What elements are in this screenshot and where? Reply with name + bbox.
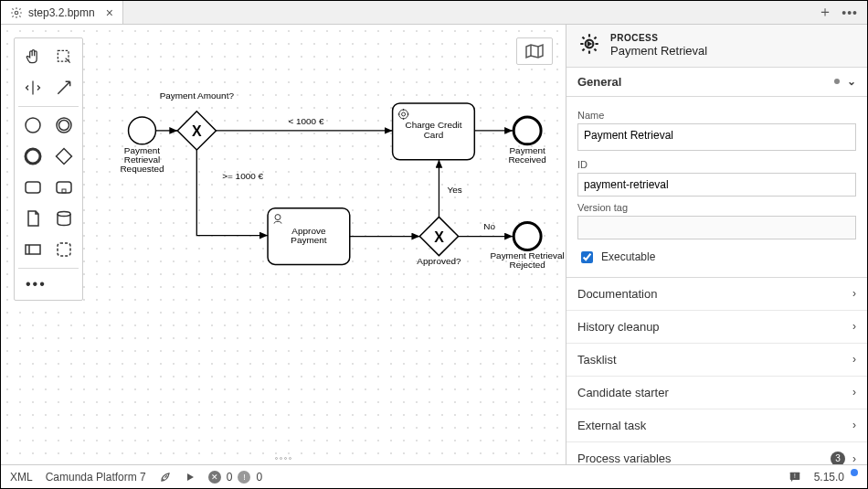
svg-text:PaymentRetrievalRequested: PaymentRetrievalRequested (120, 145, 164, 174)
task-approve-payment[interactable]: ApprovePayment (268, 208, 350, 265)
chevron-down-icon: ⌄ (847, 75, 856, 88)
id-label: ID (577, 159, 856, 170)
section-general-body: Name Payment Retrieval ID Version tag Ex… (566, 97, 867, 278)
svg-text:!: ! (794, 472, 796, 478)
chevron-right-icon: › (852, 386, 856, 399)
tab-actions: ＋ ••• (809, 1, 867, 24)
update-available-icon (851, 469, 858, 476)
gateway-approved[interactable]: X Approved? (417, 217, 461, 266)
flow-label-no: No (483, 221, 495, 231)
svg-text:X: X (192, 123, 202, 139)
svg-text:X: X (434, 229, 444, 245)
svg-text:Approved?: Approved? (417, 256, 461, 266)
chevron-right-icon: › (852, 452, 856, 464)
svg-point-29 (513, 117, 541, 144)
group-row-candidate-starter[interactable]: Candidate starter› (566, 377, 867, 409)
properties-kind: PROCESS (610, 32, 707, 44)
end-event-rejected[interactable]: Payment RetrievalRejected (490, 223, 564, 271)
gateway-payment-amount[interactable]: X Payment Amount? (160, 90, 235, 150)
warning-icon: ! (238, 471, 250, 484)
deploy-button[interactable] (159, 471, 172, 484)
tab-bar: step3.2.bpmn × ＋ ••• (1, 1, 867, 25)
chevron-right-icon: › (852, 353, 856, 366)
svg-text:PaymentReceived: PaymentReceived (508, 145, 546, 165)
bpmn-file-icon (10, 6, 23, 19)
file-tab[interactable]: step3.2.bpmn × (1, 1, 123, 24)
group-row-tasklist[interactable]: Tasklist› (566, 344, 867, 377)
panel-resize-handle[interactable] (270, 457, 297, 462)
version-label: Version tag (577, 202, 856, 213)
tab-menu-button[interactable]: ••• (842, 5, 858, 20)
svg-point-0 (15, 11, 18, 15)
new-tab-button[interactable]: ＋ (818, 3, 832, 22)
chevron-right-icon: › (852, 419, 856, 431)
group-row-history-cleanup[interactable]: History cleanup› (566, 311, 867, 344)
version-input[interactable] (577, 216, 856, 239)
xml-toggle[interactable]: XML (10, 471, 33, 484)
section-indicator-icon (834, 79, 840, 84)
name-input[interactable]: Payment Retrieval (577, 123, 856, 151)
task-charge-credit-card[interactable]: Charge CreditCard (393, 103, 475, 160)
flow-label-yes: Yes (447, 185, 461, 195)
section-general-header[interactable]: General ⌄ (566, 68, 867, 97)
bpmn-diagram: PaymentRetrievalRequested X Payment Amou… (1, 25, 566, 464)
id-input[interactable] (577, 173, 856, 197)
name-label: Name (577, 110, 856, 121)
feedback-button[interactable]: ! (789, 471, 801, 484)
end-event-received[interactable]: PaymentReceived (508, 117, 546, 165)
svg-text:Payment RetrievalRejected: Payment RetrievalRejected (490, 250, 564, 270)
executable-checkbox-row[interactable]: Executable (577, 249, 856, 266)
svg-point-31 (513, 223, 541, 250)
process-icon (577, 32, 601, 58)
chevron-right-icon: › (852, 320, 856, 333)
problems-indicator[interactable]: ✕0 !0 (208, 471, 262, 484)
diagram-canvas[interactable]: ••• PaymentRetrievalRequested X Payment … (1, 25, 566, 464)
start-event[interactable]: PaymentRetrievalRequested (120, 117, 164, 174)
group-row-external-task[interactable]: External task› (566, 409, 867, 442)
properties-header: PROCESS Payment Retrieval (566, 25, 867, 68)
svg-text:Payment Amount?: Payment Amount? (160, 90, 235, 101)
file-tab-label: step3.2.bpmn (28, 6, 95, 19)
svg-point-14 (129, 117, 156, 144)
close-tab-icon[interactable]: × (106, 6, 113, 19)
run-button[interactable] (185, 472, 196, 483)
properties-title: Payment Retrieval (610, 44, 707, 59)
chevron-right-icon: › (852, 287, 856, 300)
executable-checkbox[interactable] (581, 251, 593, 263)
status-bar: XML Camunda Platform 7 ✕0 !0 ! 5.15.0 (1, 464, 867, 488)
group-row-process-variables[interactable]: Process variables3› (566, 442, 867, 464)
group-row-documentation[interactable]: Documentation› (566, 278, 867, 311)
error-icon: ✕ (208, 471, 221, 484)
count-badge: 3 (831, 452, 845, 464)
flow-label-gte: >= 1000 € (222, 171, 263, 181)
version-label[interactable]: 5.15.0 (814, 471, 858, 484)
flow-label-lt: < 1000 € (288, 116, 323, 126)
svg-text:ApprovePayment: ApprovePayment (291, 226, 327, 246)
platform-selector[interactable]: Camunda Platform 7 (46, 471, 146, 484)
properties-panel: PROCESS Payment Retrieval General ⌄ Name… (566, 25, 867, 464)
